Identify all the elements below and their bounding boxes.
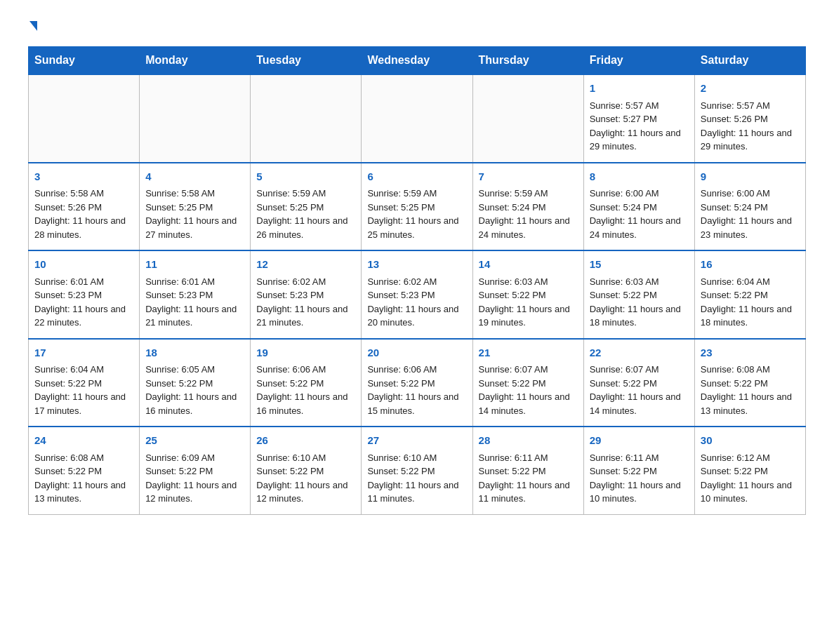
day-number: 27: [367, 433, 466, 449]
calendar-cell: 16Sunrise: 6:04 AMSunset: 5:22 PMDayligh…: [694, 250, 805, 339]
day-number: 12: [256, 257, 355, 273]
sunset-text: Sunset: 5:24 PM: [479, 201, 578, 215]
sunset-text: Sunset: 5:23 PM: [367, 288, 466, 302]
calendar-week-row: 3Sunrise: 5:58 AMSunset: 5:26 PMDaylight…: [29, 163, 806, 251]
calendar-cell: [140, 74, 251, 163]
day-number: 14: [479, 257, 578, 273]
calendar-cell: [472, 74, 583, 163]
calendar-cell: 17Sunrise: 6:04 AMSunset: 5:22 PMDayligh…: [29, 339, 140, 427]
calendar-cell: 20Sunrise: 6:06 AMSunset: 5:22 PMDayligh…: [362, 339, 472, 427]
daylight-text: Daylight: 11 hours and 12 minutes.: [256, 478, 355, 506]
sunrise-text: Sunrise: 6:10 AM: [367, 451, 466, 465]
day-number: 4: [145, 169, 244, 185]
day-number: 2: [701, 81, 800, 97]
daylight-text: Daylight: 11 hours and 27 minutes.: [145, 214, 244, 241]
sunset-text: Sunset: 5:22 PM: [701, 288, 800, 302]
sunrise-text: Sunrise: 5:59 AM: [479, 187, 578, 201]
daylight-text: Daylight: 11 hours and 28 minutes.: [34, 214, 133, 241]
sunset-text: Sunset: 5:25 PM: [145, 201, 244, 215]
daylight-text: Daylight: 11 hours and 24 minutes.: [479, 214, 578, 241]
daylight-text: Daylight: 11 hours and 29 minutes.: [590, 126, 689, 154]
sunset-text: Sunset: 5:22 PM: [479, 288, 578, 302]
daylight-text: Daylight: 11 hours and 21 minutes.: [145, 302, 244, 330]
calendar-cell: 21Sunrise: 6:07 AMSunset: 5:22 PMDayligh…: [472, 339, 583, 427]
calendar-cell: 2Sunrise: 5:57 AMSunset: 5:26 PMDaylight…: [694, 74, 805, 163]
sunrise-text: Sunrise: 6:04 AM: [34, 363, 133, 377]
daylight-text: Daylight: 11 hours and 23 minutes.: [701, 214, 800, 241]
calendar-week-row: 17Sunrise: 6:04 AMSunset: 5:22 PMDayligh…: [29, 339, 806, 427]
day-number: 21: [479, 345, 578, 361]
calendar-cell: 6Sunrise: 5:59 AMSunset: 5:25 PMDaylight…: [362, 163, 472, 251]
day-number: 24: [34, 433, 133, 449]
calendar-header-row: SundayMondayTuesdayWednesdayThursdayFrid…: [29, 47, 806, 75]
sunrise-text: Sunrise: 6:07 AM: [590, 363, 689, 377]
sunrise-text: Sunrise: 6:03 AM: [479, 275, 578, 289]
daylight-text: Daylight: 11 hours and 22 minutes.: [34, 302, 133, 330]
daylight-text: Daylight: 11 hours and 11 minutes.: [367, 478, 466, 506]
calendar-cell: 11Sunrise: 6:01 AMSunset: 5:23 PMDayligh…: [140, 250, 251, 339]
daylight-text: Daylight: 11 hours and 14 minutes.: [479, 390, 578, 417]
sunset-text: Sunset: 5:25 PM: [256, 201, 355, 215]
day-number: 18: [145, 345, 244, 361]
daylight-text: Daylight: 11 hours and 16 minutes.: [145, 390, 244, 417]
weekday-header-saturday: Saturday: [694, 47, 805, 75]
sunrise-text: Sunrise: 6:09 AM: [145, 451, 244, 465]
calendar-cell: 19Sunrise: 6:06 AMSunset: 5:22 PMDayligh…: [251, 339, 362, 427]
calendar-cell: [29, 74, 140, 163]
sunrise-text: Sunrise: 6:11 AM: [590, 451, 689, 465]
sunrise-text: Sunrise: 6:05 AM: [145, 363, 244, 377]
calendar-cell: 27Sunrise: 6:10 AMSunset: 5:22 PMDayligh…: [362, 427, 472, 514]
sunrise-text: Sunrise: 6:02 AM: [256, 275, 355, 289]
calendar-cell: 7Sunrise: 5:59 AMSunset: 5:24 PMDaylight…: [472, 163, 583, 251]
daylight-text: Daylight: 11 hours and 26 minutes.: [256, 214, 355, 241]
sunrise-text: Sunrise: 6:02 AM: [367, 275, 466, 289]
sunrise-text: Sunrise: 6:10 AM: [256, 451, 355, 465]
sunset-text: Sunset: 5:26 PM: [34, 201, 133, 215]
daylight-text: Daylight: 11 hours and 20 minutes.: [367, 302, 466, 330]
sunrise-text: Sunrise: 6:08 AM: [34, 451, 133, 465]
day-number: 23: [701, 345, 800, 361]
calendar-cell: [362, 74, 472, 163]
daylight-text: Daylight: 11 hours and 21 minutes.: [256, 302, 355, 330]
calendar-cell: 18Sunrise: 6:05 AMSunset: 5:22 PMDayligh…: [140, 339, 251, 427]
day-number: 17: [34, 345, 133, 361]
calendar-cell: 22Sunrise: 6:07 AMSunset: 5:22 PMDayligh…: [583, 339, 694, 427]
calendar-cell: 8Sunrise: 6:00 AMSunset: 5:24 PMDaylight…: [583, 163, 694, 251]
weekday-header-friday: Friday: [583, 47, 694, 75]
daylight-text: Daylight: 11 hours and 25 minutes.: [367, 214, 466, 241]
weekday-header-tuesday: Tuesday: [251, 47, 362, 75]
daylight-text: Daylight: 11 hours and 11 minutes.: [479, 478, 578, 506]
calendar-cell: [251, 74, 362, 163]
calendar-cell: 26Sunrise: 6:10 AMSunset: 5:22 PMDayligh…: [251, 427, 362, 514]
sunrise-text: Sunrise: 6:08 AM: [701, 363, 800, 377]
sunrise-text: Sunrise: 5:59 AM: [367, 187, 466, 201]
calendar-week-row: 10Sunrise: 6:01 AMSunset: 5:23 PMDayligh…: [29, 250, 806, 339]
daylight-text: Daylight: 11 hours and 15 minutes.: [367, 390, 466, 417]
calendar-cell: 9Sunrise: 6:00 AMSunset: 5:24 PMDaylight…: [694, 163, 805, 251]
calendar-cell: 23Sunrise: 6:08 AMSunset: 5:22 PMDayligh…: [694, 339, 805, 427]
sunrise-text: Sunrise: 6:01 AM: [145, 275, 244, 289]
sunrise-text: Sunrise: 6:04 AM: [701, 275, 800, 289]
sunset-text: Sunset: 5:27 PM: [590, 112, 689, 126]
sunrise-text: Sunrise: 6:01 AM: [34, 275, 133, 289]
calendar-cell: 28Sunrise: 6:11 AMSunset: 5:22 PMDayligh…: [472, 427, 583, 514]
daylight-text: Daylight: 11 hours and 10 minutes.: [701, 478, 800, 506]
daylight-text: Daylight: 11 hours and 12 minutes.: [145, 478, 244, 506]
sunset-text: Sunset: 5:22 PM: [479, 377, 578, 391]
sunrise-text: Sunrise: 5:57 AM: [701, 99, 800, 113]
daylight-text: Daylight: 11 hours and 13 minutes.: [34, 478, 133, 506]
day-number: 6: [367, 169, 466, 185]
calendar-cell: 15Sunrise: 6:03 AMSunset: 5:22 PMDayligh…: [583, 250, 694, 339]
weekday-header-wednesday: Wednesday: [362, 47, 472, 75]
sunset-text: Sunset: 5:22 PM: [479, 464, 578, 478]
day-number: 28: [479, 433, 578, 449]
day-number: 25: [145, 433, 244, 449]
sunset-text: Sunset: 5:24 PM: [701, 201, 800, 215]
sunrise-text: Sunrise: 5:58 AM: [145, 187, 244, 201]
calendar-cell: 30Sunrise: 6:12 AMSunset: 5:22 PMDayligh…: [694, 427, 805, 514]
daylight-text: Daylight: 11 hours and 18 minutes.: [701, 302, 800, 330]
calendar-week-row: 1Sunrise: 5:57 AMSunset: 5:27 PMDaylight…: [29, 74, 806, 163]
daylight-text: Daylight: 11 hours and 19 minutes.: [479, 302, 578, 330]
day-number: 1: [590, 81, 689, 97]
sunset-text: Sunset: 5:22 PM: [256, 377, 355, 391]
